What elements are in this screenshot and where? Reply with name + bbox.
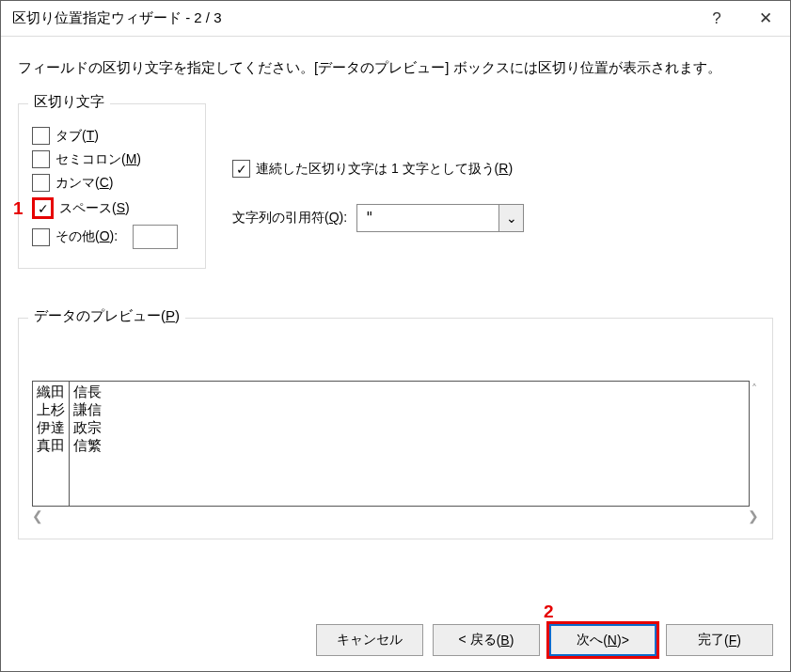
preview-cell: 織田 (37, 383, 65, 401)
checkbox-icon (32, 150, 50, 168)
window-title: 区切り位置指定ウィザード - 2 / 3 (12, 9, 692, 27)
checkbox-icon: ✓ (232, 160, 250, 178)
text-qualifier-dropdown[interactable]: " ⌄ (356, 204, 524, 232)
preview-cell: 伊達 (37, 419, 65, 437)
preview-cell: 政宗 (73, 419, 745, 437)
finish-button[interactable]: 完了(F) (666, 624, 773, 656)
delimiter-label: カンマ(C) (55, 175, 113, 192)
preview-cell: 真田 (37, 437, 65, 455)
instruction-text: フィールドの区切り文字を指定してください。[データのプレビュー] ボックスには区… (18, 59, 773, 77)
delimiter-セミコロン[interactable]: セミコロン(M) (32, 150, 192, 168)
delimiters-group-title: 区切り文字 (28, 93, 110, 111)
checkbox-icon (32, 174, 50, 192)
checkbox-icon (32, 228, 50, 246)
delimiter-カンマ[interactable]: カンマ(C) (32, 174, 192, 192)
preview-column: 信長謙信政宗信繁 (70, 382, 749, 506)
cancel-button[interactable]: キャンセル (316, 624, 423, 656)
back-button[interactable]: < 戻る(B) (433, 624, 540, 656)
delimiter-スペース[interactable]: 1✓スペース(S) (32, 197, 192, 219)
delimiter-label: その他(O): (55, 228, 118, 245)
other-delimiter-input[interactable] (133, 225, 178, 249)
text-qualifier-label: 文字列の引用符(Q): (232, 210, 347, 227)
delimiter-label: タブ(T) (55, 128, 99, 145)
checkbox-icon (32, 127, 50, 145)
consecutive-delimiter-checkbox[interactable]: ✓ 連続した区切り文字は 1 文字として扱う(R) (232, 160, 524, 178)
delimiter-タブ[interactable]: タブ(T) (32, 127, 192, 145)
chevron-down-icon[interactable]: ⌄ (498, 205, 523, 231)
scroll-left-icon[interactable]: ❮ (32, 508, 43, 524)
annotation-1: 1 (13, 198, 24, 219)
text-qualifier-value: " (357, 210, 498, 227)
preview-cell: 謙信 (73, 401, 745, 419)
preview-group: データのプレビュー(P) 織田上杉伊達真田信長謙信政宗信繁 ˄ ❮ ❯ (18, 318, 773, 539)
help-button[interactable]: ? (692, 1, 741, 37)
preview-column: 織田上杉伊達真田 (33, 382, 70, 506)
close-button[interactable]: ✕ (741, 1, 790, 37)
delimiter-label: セミコロン(M) (55, 151, 141, 168)
preview-cell: 信長 (73, 383, 745, 401)
delimiters-group: 区切り文字 タブ(T)セミコロン(M)カンマ(C)1✓スペース(S)その他(O)… (18, 103, 206, 269)
preview-cell: 上杉 (37, 401, 65, 419)
consecutive-delimiter-label: 連続した区切り文字は 1 文字として扱う(R) (256, 161, 513, 178)
delimiter-label: スペース(S) (59, 200, 130, 217)
preview-cell: 信繁 (73, 437, 745, 455)
checkbox-icon: ✓ (32, 197, 54, 219)
next-button[interactable]: 2 次へ(N) > (549, 624, 657, 656)
preview-grid: 織田上杉伊達真田信長謙信政宗信繁 (32, 381, 750, 507)
delimiter-その他[interactable]: その他(O): (32, 225, 192, 249)
scroll-right-icon[interactable]: ❯ (748, 508, 759, 524)
annotation-2: 2 (544, 602, 554, 622)
scroll-up-icon[interactable]: ˄ (750, 381, 759, 507)
preview-group-title: データのプレビュー(P) (28, 307, 185, 325)
